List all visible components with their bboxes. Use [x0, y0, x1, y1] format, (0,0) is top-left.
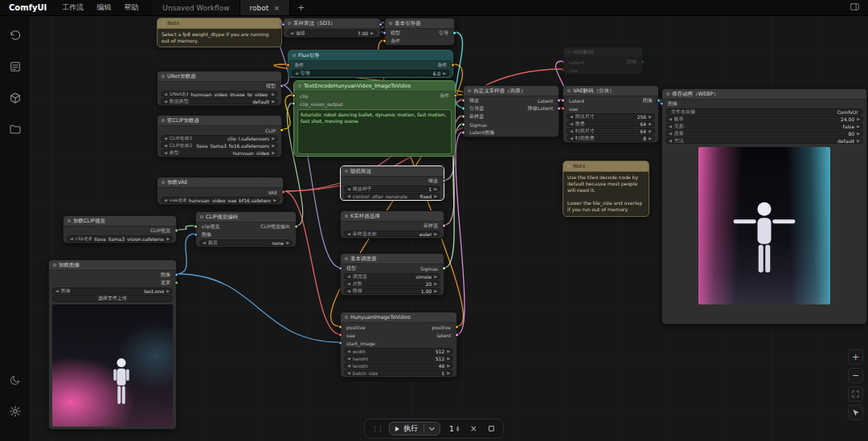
collapse-toggle-icon[interactable] [200, 215, 203, 218]
clip_vision_output-input-port[interactable] [292, 102, 296, 106]
tab-robot[interactable]: robot × [240, 0, 290, 15]
arrow-left-icon[interactable]: ◀ [290, 31, 293, 35]
node-clip-vision-encode[interactable]: CLIP视觉编码clip视觉CLIP视觉输出图像◀裁剪none▶ [195, 211, 297, 247]
arrow-left-icon[interactable]: ◀ [164, 150, 167, 155]
collapse-toggle-icon[interactable] [567, 165, 571, 168]
menu-help[interactable]: 帮助 [117, 2, 145, 13]
arrow-left-icon[interactable]: ◀ [347, 186, 350, 191]
model-output-port[interactable] [379, 22, 383, 27]
chevron-down-icon[interactable] [429, 424, 435, 430]
条件-output-port[interactable] [451, 63, 455, 67]
collapse-toggle-icon[interactable] [345, 214, 348, 218]
collapse-toggle-icon[interactable] [345, 316, 348, 319]
arrow-right-icon[interactable]: ▶ [857, 116, 860, 121]
node-title-bar[interactable]: HunyuanImageToVideo [341, 312, 457, 323]
arrow-right-icon[interactable]: ▶ [857, 138, 860, 143]
run-button[interactable]: 执行 [389, 422, 440, 435]
widget-height[interactable]: ◀height512▶ [344, 355, 453, 361]
widget-类型[interactable]: ◀类型hunyuan_video▶ [161, 149, 278, 156]
widget-batch_size[interactable]: ◀batch_size1▶ [344, 370, 453, 376]
widget-CLIP名称2[interactable]: ◀CLIP名称2llava_llama3_fp16.safetensors▶ [161, 142, 278, 149]
arrow-left-icon[interactable]: ◀ [669, 131, 672, 136]
positive-output-port[interactable] [455, 325, 459, 329]
node-dual-clip-loader[interactable]: 双CLIP加载器CLIP◀CLIP名称1clip_l.safetensors▶◀… [157, 115, 282, 157]
arrow-right-icon[interactable]: ▶ [272, 143, 275, 148]
arrow-left-icon[interactable]: ◀ [164, 136, 167, 141]
arrow-left-icon[interactable]: ◀ [295, 71, 298, 76]
arrow-left-icon[interactable]: ◀ [164, 99, 167, 104]
collapse-toggle-icon[interactable] [298, 84, 301, 88]
噪波-output-port[interactable] [442, 179, 446, 183]
arrow-left-icon[interactable]: ◀ [347, 363, 350, 368]
噪波-input-port[interactable] [461, 99, 465, 103]
遮罩-output-port[interactable] [174, 281, 178, 285]
widget-噪波种子[interactable]: ◀噪波种子1▶ [344, 186, 440, 192]
arrow-left-icon[interactable]: ◀ [570, 121, 573, 126]
widget-引导[interactable]: ◀引导6.0▶ [292, 70, 449, 76]
widget-质量[interactable]: ◀质量80▶ [665, 130, 863, 137]
node-save-animated-webp[interactable]: 保存动画（WEBP）图像文件名前缀ComfyUI◀帧率24.00▶◀无损fals… [661, 88, 867, 325]
new-tab-button[interactable]: + [290, 0, 312, 15]
widget-CLIP名称1[interactable]: ◀CLIP名称1clip_l.safetensors▶ [161, 135, 278, 141]
collapse-toggle-icon[interactable] [567, 89, 571, 92]
arrow-left-icon[interactable]: ◀ [55, 288, 59, 293]
collapse-toggle-icon[interactable] [68, 219, 71, 223]
arrow-right-icon[interactable]: ▶ [857, 131, 860, 136]
collapse-toggle-icon[interactable] [389, 22, 392, 25]
CLIP视觉输出-output-port[interactable] [294, 225, 298, 229]
widget-调度器[interactable]: ◀调度器simple▶ [344, 273, 440, 280]
arrow-left-icon[interactable]: ◀ [570, 114, 573, 119]
Latent图像-input-port[interactable] [461, 131, 465, 135]
widget-偏移[interactable]: ◀偏移7.00▶ [287, 30, 377, 36]
widget-无损[interactable]: ◀无损false▶ [665, 123, 863, 129]
采样器-output-port[interactable] [442, 224, 446, 228]
widget-重叠[interactable]: ◀重叠64▶ [567, 120, 655, 127]
node-title-bar[interactable]: VAE解码 [563, 47, 642, 58]
widget-采样器名称[interactable]: ◀采样器名称euler▶ [344, 231, 440, 237]
node-vae-decode-tiled[interactable]: VAE解码（分块）Latent图像vae◀图块尺寸256▶◀重叠64▶◀时间尺寸… [563, 85, 659, 143]
node-canvas[interactable]: NoteSelect a fp8 weight_dtype if you are… [0, 0, 868, 441]
collapse-toggle-icon[interactable] [53, 263, 56, 267]
widget-方法[interactable]: ◀方法default▶ [665, 137, 863, 144]
node-title-bar[interactable]: VAE解码（分块） [563, 86, 658, 96]
vae-input-port[interactable] [561, 107, 565, 111]
node-title-bar[interactable]: 随机噪波 [341, 166, 444, 177]
CLIP-output-port[interactable] [280, 129, 284, 133]
node-title-bar[interactable]: Note [563, 161, 649, 172]
node-title-bar[interactable]: K采样器选择 [341, 211, 444, 222]
collapse-toggle-icon[interactable] [162, 22, 165, 25]
arrow-right-icon[interactable]: ▶ [434, 281, 437, 286]
start_image-input-port[interactable] [338, 341, 342, 345]
widget-时间重叠[interactable]: ◀时间重叠8▶ [567, 135, 655, 141]
clear-queue-button[interactable]: × [468, 423, 479, 435]
arrow-right-icon[interactable]: ▶ [447, 370, 450, 375]
arrow-left-icon[interactable]: ◀ [669, 124, 672, 129]
引导器-input-port[interactable] [461, 107, 465, 111]
widget-文件名前缀[interactable]: 文件名前缀ComfyUI [665, 108, 863, 115]
arrow-right-icon[interactable]: ▶ [272, 136, 275, 141]
widget-clip名称[interactable]: ◀clip名称llava_llama3_vision.safetensors▶ [67, 235, 173, 242]
arrow-left-icon[interactable]: ◀ [164, 92, 167, 96]
menu-workflow[interactable]: 工作流 [55, 2, 90, 13]
panel-toggle-button[interactable] [850, 0, 860, 15]
theme-toggle-button[interactable] [6, 370, 25, 390]
图像-output-port[interactable] [174, 273, 178, 277]
node-title-bar[interactable]: UNet加载器 [158, 71, 281, 82]
arrow-left-icon[interactable]: ◀ [669, 116, 672, 121]
zoom-out-button[interactable]: − [848, 368, 863, 383]
Latent-input-port[interactable] [561, 60, 565, 64]
node-note-top[interactable]: NoteSelect a fp8 weight_dtype if you are… [157, 18, 282, 47]
node-model-sampling-sd3[interactable]: 采样算法（SD3）◀偏移7.00▶ [283, 18, 381, 38]
arrow-right-icon[interactable]: ▶ [447, 363, 450, 368]
arrow-right-icon[interactable]: ▶ [649, 129, 652, 133]
widget-control_after_generate[interactable]: ◀control_after_generatefixed▶ [344, 193, 440, 199]
arrow-left-icon[interactable]: ◀ [203, 240, 206, 245]
arrow-left-icon[interactable]: ◀ [164, 198, 167, 202]
collapse-toggle-icon[interactable] [345, 257, 348, 260]
widget-步数[interactable]: ◀步数20▶ [344, 280, 440, 287]
clip-input-port[interactable] [292, 94, 296, 98]
node-title-bar[interactable]: 加载VAE [158, 178, 283, 188]
arrow-left-icon[interactable]: ◀ [347, 274, 350, 279]
fit-view-button[interactable] [848, 386, 863, 402]
collapse-toggle-icon[interactable] [293, 54, 296, 57]
